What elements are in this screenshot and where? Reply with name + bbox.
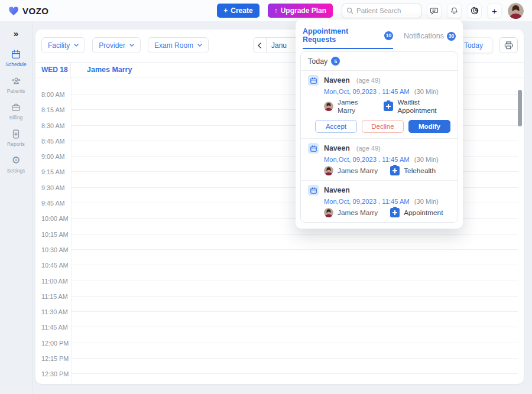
upgrade-plan-button[interactable]: ↑ Upgrade Plan: [268, 4, 333, 18]
navbar-actions: + Create ↑ Upgrade Plan: [217, 3, 524, 19]
appointment-request-card: Naveen Mon,Oct, 09,2023 . 11:45 AM (30 M…: [301, 181, 458, 222]
chevron-down-icon: [74, 44, 79, 47]
modify-button[interactable]: Modify: [408, 120, 450, 133]
patient-name: Naveen: [324, 186, 350, 194]
patient-age: (age 49): [356, 77, 381, 84]
appointment-type-icon: [384, 102, 393, 111]
appointment-type: Waitlist Appointment: [397, 98, 450, 115]
create-button[interactable]: + Create: [217, 4, 259, 18]
patient-name: Naveen: [324, 144, 350, 152]
calendar-icon: [11, 49, 21, 60]
provider-avatar: [324, 166, 333, 175]
sidebar-item-reports[interactable]: Reports: [7, 129, 25, 147]
notifications-button[interactable]: [447, 4, 462, 18]
chevron-left-icon: [258, 43, 261, 48]
appointment-type: Telehealth: [404, 167, 436, 175]
time-slot[interactable]: 10:45 AM: [35, 250, 524, 265]
provider-avatar: [324, 102, 333, 111]
left-sidebar: » Schedule Patients Billing Reports ⚙ Se…: [0, 22, 33, 394]
appointment-duration: (30 Min): [414, 198, 439, 205]
provider-filter[interactable]: Provider: [92, 37, 141, 53]
sidebar-item-patients[interactable]: Patients: [7, 76, 25, 94]
calendar-icon: [308, 75, 319, 86]
time-slot[interactable]: 12:00 PM: [35, 327, 524, 343]
plus-icon: +: [492, 6, 497, 16]
appointment-type-icon: [390, 166, 400, 175]
calendar-icon: [308, 185, 319, 196]
count-badge: 10: [384, 31, 393, 40]
appointment-datetime: Mon,Oct, 09,2023 . 11:45 AM: [324, 156, 410, 163]
add-button[interactable]: +: [487, 4, 502, 18]
brand-name: VOZO: [22, 6, 49, 16]
gear-icon: ⚙: [11, 155, 20, 166]
spiral-icon: [470, 6, 479, 15]
provider-name: James Marry: [338, 209, 378, 217]
prev-date-button[interactable]: [254, 38, 267, 53]
requests-group-header: Today 5: [301, 52, 458, 71]
time-slot[interactable]: 12:30 PM: [35, 359, 524, 374]
count-badge: 5: [331, 57, 340, 66]
sidebar-item-billing[interactable]: Billing: [9, 102, 23, 121]
report-icon: [11, 129, 21, 139]
top-navbar: VOZO + Create ↑ Upgrade Plan: [0, 0, 532, 22]
plus-icon: +: [223, 6, 228, 15]
arrow-up-icon: ↑: [274, 6, 278, 15]
facility-filter[interactable]: Facility: [41, 37, 85, 53]
day-column-header: WED 18: [35, 63, 71, 77]
patients-icon: [11, 76, 22, 86]
print-button[interactable]: [499, 37, 518, 53]
messages-button[interactable]: [427, 4, 442, 18]
tab-appointment-requests[interactable]: Appointment Requests 10: [303, 27, 393, 49]
appointment-datetime: Mon,Oct, 09,2023 . 11:45 AM: [324, 198, 410, 205]
calendar-icon: [308, 143, 319, 154]
appointment-request-card: Naveen (age 49) Mon,Oct, 09,2023 . 11:45…: [301, 71, 458, 139]
time-slot[interactable]: 11:30 AM: [35, 297, 524, 312]
search-icon: [346, 7, 353, 14]
chat-icon: [430, 6, 439, 15]
sidebar-collapse-button[interactable]: »: [14, 28, 18, 43]
chevron-down-icon: [197, 44, 202, 47]
user-avatar[interactable]: [508, 3, 524, 19]
count-badge: 30: [447, 32, 456, 41]
exam-room-filter[interactable]: Exam Room: [148, 37, 209, 53]
appointment-datetime: Mon,Oct, 09,2023 . 11:45 AM: [324, 88, 410, 95]
appointment-type-icon: [390, 208, 400, 217]
time-slot[interactable]: 12:15 PM: [35, 343, 524, 359]
heart-logo-icon: [8, 6, 19, 16]
time-slot[interactable]: 11:45 AM: [35, 312, 524, 327]
appointment-type: Appointment: [404, 209, 443, 217]
tab-notifications[interactable]: Notifications 30: [404, 27, 456, 49]
time-slot[interactable]: 10:30 AM: [35, 235, 524, 250]
billing-icon: [11, 102, 21, 113]
appointment-duration: (30 Min): [414, 156, 439, 163]
bell-icon: [450, 6, 459, 15]
vozo-logo[interactable]: VOZO: [8, 6, 49, 16]
sidebar-item-schedule[interactable]: Schedule: [5, 49, 26, 67]
appointment-request-card: Naveen (age 49) Mon,Oct, 09,2023 . 11:45…: [301, 139, 458, 181]
patient-search-input[interactable]: [356, 7, 417, 14]
sidebar-item-settings[interactable]: ⚙ Settings: [7, 155, 25, 174]
date-range-label[interactable]: Janu: [267, 41, 287, 50]
popup-tabs: Appointment Requests 10 Notifications 30: [296, 24, 463, 49]
decline-button[interactable]: Decline: [362, 120, 404, 133]
chevron-down-icon: [129, 44, 134, 47]
time-label: 12:30 PM: [41, 370, 69, 377]
notifications-popup: Appointment Requests 10 Notifications 30…: [296, 19, 463, 229]
patient-search: [342, 4, 421, 18]
printer-icon: [504, 41, 513, 50]
provider-name: James Marry: [338, 167, 378, 175]
support-button[interactable]: [467, 4, 482, 18]
vertical-scrollbar[interactable]: [518, 90, 522, 126]
provider-column-header: James Marry: [71, 66, 132, 74]
appointment-duration: (30 Min): [414, 88, 439, 95]
provider-avatar: [324, 208, 333, 217]
time-slot[interactable]: 11:00 AM: [35, 265, 524, 281]
requests-panel: Today 5 Naveen (age 49) Mon,Oct, 09,2023…: [300, 51, 458, 223]
accept-button[interactable]: Accept: [315, 120, 357, 133]
time-slot[interactable]: 11:15 AM: [35, 281, 524, 297]
patient-age: (age 49): [356, 145, 381, 152]
provider-name: James Marry: [338, 98, 371, 115]
patient-name: Naveen: [324, 76, 350, 84]
